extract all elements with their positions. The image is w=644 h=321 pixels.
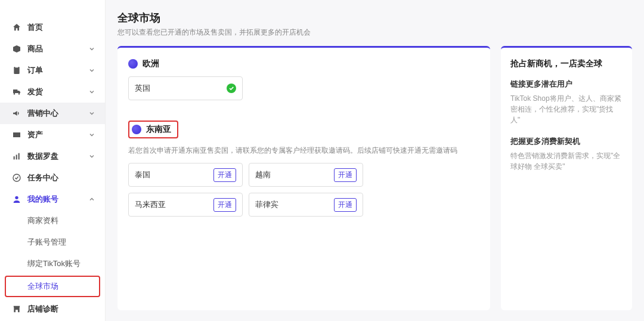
sidebar-item-products[interactable]: 商品 — [0, 38, 105, 60]
svg-rect-3 — [16, 155, 17, 159]
side-block-text: 特色营销激发消费新需求，实现"全球好物 全球买卖" — [510, 150, 623, 172]
page-title: 全球市场 — [117, 11, 632, 25]
sidebar-item-label: 首页 — [27, 22, 95, 33]
country-name: 菲律宾 — [255, 199, 278, 210]
chevron-down-icon — [88, 131, 95, 138]
sidebar-item-assets[interactable]: 资产 — [0, 124, 105, 146]
sidebar-item-store-diagnosis[interactable]: 店铺诊断 — [0, 298, 105, 320]
sidebar-item-label: 任务中心 — [27, 172, 95, 183]
check-icon — [227, 84, 236, 93]
sidebar-item-my-account[interactable]: 我的账号 — [0, 189, 105, 210]
country-name: 马来西亚 — [135, 199, 166, 210]
sidebar-item-orders[interactable]: 订单 — [0, 60, 105, 81]
region-title: 东南亚 — [146, 124, 171, 135]
sidebar-item-label: 订单 — [27, 65, 88, 76]
truck-icon — [12, 87, 21, 97]
region-title: 欧洲 — [143, 58, 159, 69]
svg-point-5 — [13, 174, 20, 181]
store-icon — [12, 304, 21, 314]
chevron-down-icon — [88, 67, 95, 74]
svg-rect-4 — [18, 153, 20, 160]
sidebar-item-label: 营销中心 — [27, 108, 88, 119]
globe-icon — [132, 125, 141, 134]
regions-panel: 欧洲 英国 东南亚 若您首次申请开通东南亚售卖国，请联系您的专 — [117, 46, 490, 310]
country-card-vietnam: 越南 开通 — [249, 163, 363, 187]
chevron-down-icon — [88, 88, 95, 95]
svg-rect-1 — [15, 66, 18, 68]
country-card-philippines: 菲律宾 开通 — [249, 193, 363, 217]
sidebar-subitem-bind-tiktok[interactable]: 绑定TikTok账号 — [0, 253, 105, 274]
open-button[interactable]: 开通 — [213, 168, 236, 182]
svg-point-6 — [15, 196, 18, 199]
country-card-uk[interactable]: 英国 — [128, 76, 243, 100]
chevron-down-icon — [88, 45, 95, 53]
open-button[interactable]: 开通 — [334, 168, 357, 182]
region-header-sea: 东南亚 — [128, 121, 178, 138]
region-note: 若您首次申请开通东南亚售卖国，请联系您的专属客户经理获取邀请码。后续店铺可快速开… — [128, 146, 479, 156]
sidebar-item-marketing[interactable]: 营销中心 — [0, 103, 105, 124]
task-icon — [12, 173, 21, 183]
region-header-europe: 欧洲 — [128, 58, 479, 69]
sidebar-item-data-compass[interactable]: 数据罗盘 — [0, 146, 105, 167]
country-grid-sea: 泰国 开通 越南 开通 马来西亚 开通 菲律宾 开通 — [128, 163, 479, 217]
home-icon — [12, 23, 21, 32]
side-block-text: TikTok Shop将用户、达人、商家紧密相连，个性化推荐，实现"货找人" — [510, 93, 623, 125]
globe-icon — [128, 59, 138, 69]
sidebar-item-label: 商品 — [27, 44, 88, 54]
svg-rect-0 — [14, 67, 19, 74]
sidebar-subitem-subaccount[interactable]: 子账号管理 — [0, 232, 105, 253]
country-card-thailand: 泰国 开通 — [128, 163, 243, 187]
open-button[interactable]: 开通 — [213, 198, 236, 212]
sidebar-item-task-center[interactable]: 任务中心 — [0, 167, 105, 189]
country-name: 越南 — [255, 169, 271, 180]
svg-rect-2 — [14, 156, 15, 159]
box-icon — [12, 44, 21, 54]
country-grid-europe: 英国 — [128, 76, 479, 100]
sidebar-item-label: 数据罗盘 — [27, 151, 88, 162]
clipboard-icon — [12, 66, 21, 75]
chart-icon — [12, 152, 21, 161]
sidebar-item-label: 发货 — [27, 87, 88, 97]
side-block: 把握更多消费新契机 特色营销激发消费新需求，实现"全球好物 全球买卖" — [510, 136, 623, 172]
chevron-up-icon — [88, 196, 95, 203]
sidebar-item-label: 我的账号 — [27, 194, 88, 205]
megaphone-icon — [12, 109, 21, 118]
main-content: 全球市场 您可以查看您已开通的市场及售卖国，并拓展更多的开店机会 欧洲 英国 — [106, 0, 644, 321]
country-name: 英国 — [135, 83, 150, 94]
chevron-down-icon — [88, 110, 95, 117]
wallet-icon — [12, 130, 21, 140]
sidebar: 首页 商品 订单 发货 — [0, 0, 106, 321]
side-panel-title: 抢占新商机，一店卖全球 — [510, 58, 623, 69]
chevron-down-icon — [88, 153, 95, 160]
side-block-title: 链接更多潜在用户 — [510, 79, 623, 89]
side-block-title: 把握更多消费新契机 — [510, 136, 623, 147]
country-name: 泰国 — [135, 169, 150, 180]
sidebar-item-label: 店铺诊断 — [27, 304, 95, 314]
sidebar-item-shipping[interactable]: 发货 — [0, 81, 105, 103]
sidebar-subitem-global-market[interactable]: 全球市场 — [5, 276, 100, 297]
side-block: 链接更多潜在用户 TikTok Shop将用户、达人、商家紧密相连，个性化推荐，… — [510, 79, 623, 125]
sidebar-item-label: 资产 — [27, 129, 88, 140]
country-card-malaysia: 马来西亚 开通 — [128, 193, 243, 217]
sidebar-subitem-merchant-profile[interactable]: 商家资料 — [0, 210, 105, 232]
side-panel: 抢占新商机，一店卖全球 链接更多潜在用户 TikTok Shop将用户、达人、商… — [501, 46, 632, 310]
open-button[interactable]: 开通 — [334, 198, 357, 212]
page-subtitle: 您可以查看您已开通的市场及售卖国，并拓展更多的开店机会 — [117, 27, 632, 38]
user-icon — [12, 195, 21, 204]
sidebar-item-home[interactable]: 首页 — [0, 17, 105, 38]
